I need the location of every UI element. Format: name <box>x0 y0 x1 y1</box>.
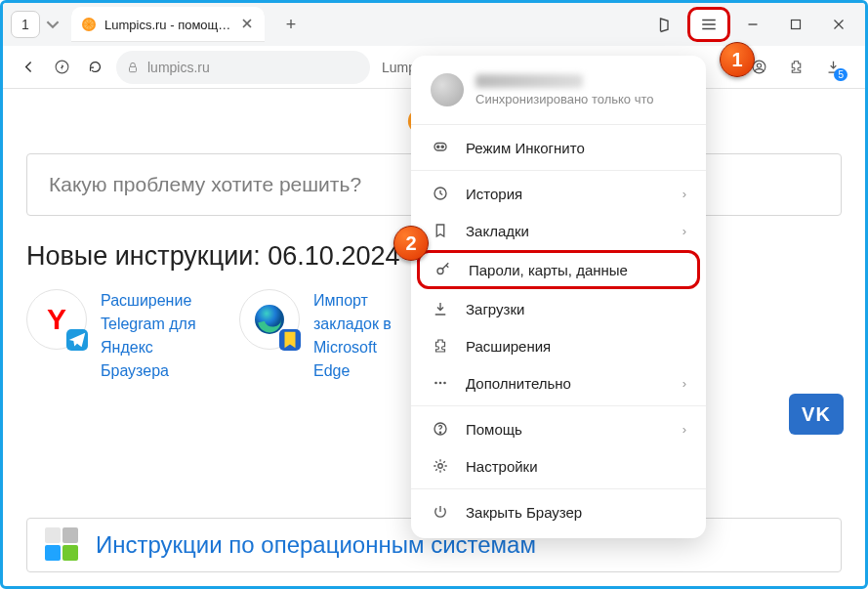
main-menu-button[interactable] <box>687 7 730 42</box>
menu-label: Закрыть Браузер <box>466 504 582 521</box>
menu-label: Настройки <box>466 458 538 475</box>
svg-point-14 <box>757 63 761 67</box>
menu-separator <box>411 405 706 406</box>
main-menu-dropdown: Синхронизировано только что Режим Инкогн… <box>411 56 706 538</box>
os-quad-icon <box>45 527 80 563</box>
downloads-button[interactable]: 5 <box>816 52 849 83</box>
menu-item-help[interactable]: Помощь › <box>411 410 706 447</box>
vk-share-button[interactable]: VK <box>789 394 844 435</box>
telegram-mini-icon <box>66 329 88 351</box>
svg-rect-12 <box>130 66 137 71</box>
menu-separator <box>411 124 706 125</box>
window-titlebar: 1 Lumpics.ru - помощь с + <box>3 3 865 46</box>
svg-point-24 <box>437 146 439 147</box>
menu-item-more[interactable]: Дополнительно › <box>411 364 706 401</box>
menu-item-incognito[interactable]: Режим Инкогнито <box>411 129 706 166</box>
puzzle-icon <box>431 337 450 355</box>
article-card[interactable]: Импорт закладок в Microsoft Edge <box>239 289 425 383</box>
sidebar-toggle-icon[interactable] <box>644 7 685 42</box>
sync-status: Синхронизировано только что <box>475 92 654 106</box>
extensions-icon[interactable] <box>779 52 812 83</box>
reload-button[interactable] <box>79 52 110 83</box>
bookmark-mini-icon <box>279 329 301 351</box>
tab-title: Lumpics.ru - помощь с <box>104 18 231 32</box>
incognito-icon <box>431 139 450 156</box>
menu-item-passwords[interactable]: Пароли, карты, данные <box>417 250 700 289</box>
browser-tab[interactable]: Lumpics.ru - помощь с <box>71 7 265 42</box>
svg-rect-23 <box>434 144 446 151</box>
power-icon <box>431 503 450 521</box>
annotation-callout-2: 2 <box>393 226 429 261</box>
svg-point-29 <box>439 382 442 385</box>
chevron-right-icon: › <box>682 187 686 201</box>
menu-label: Закладки <box>466 223 529 239</box>
menu-label: Дополнительно <box>466 375 571 392</box>
menu-label: История <box>466 186 522 202</box>
window-minimize-button[interactable] <box>732 7 773 42</box>
svg-point-27 <box>437 269 443 274</box>
menu-item-close-browser[interactable]: Закрыть Браузер <box>411 493 706 530</box>
yandex-logo-icon: Y <box>26 289 87 350</box>
annotation-callout-1: 1 <box>720 42 755 77</box>
user-name-blurred <box>475 74 583 88</box>
chevron-right-icon: › <box>682 422 686 437</box>
menu-label: Загрузки <box>466 301 524 317</box>
orange-slice-icon <box>81 17 97 32</box>
svg-point-33 <box>438 464 443 469</box>
tab-counter[interactable]: 1 <box>11 11 40 38</box>
menu-separator <box>411 488 706 489</box>
window-maximize-button[interactable] <box>775 7 816 42</box>
article-card[interactable]: Y Расширение Telegram для Яндекс Браузер… <box>26 289 212 383</box>
menu-label: Расширения <box>466 338 551 355</box>
more-icon <box>431 374 450 392</box>
nav-back-button[interactable] <box>13 52 44 83</box>
menu-item-settings[interactable]: Настройки <box>411 447 706 484</box>
menu-label: Помощь <box>466 421 522 438</box>
svg-point-32 <box>439 432 440 433</box>
menu-item-history[interactable]: История › <box>411 175 706 212</box>
chevron-right-icon: › <box>682 376 686 391</box>
svg-rect-10 <box>792 21 801 29</box>
url-domain: lumpics.ru <box>147 60 210 75</box>
chevron-right-icon: › <box>682 224 686 238</box>
url-field[interactable]: lumpics.ru <box>116 51 370 84</box>
svg-text:Y: Y <box>47 303 66 335</box>
key-icon <box>434 261 453 278</box>
svg-point-28 <box>434 382 437 385</box>
svg-point-30 <box>443 382 446 385</box>
menu-item-bookmarks[interactable]: Закладки › <box>411 212 706 249</box>
downloads-count-badge: 5 <box>834 68 847 81</box>
tab-close-icon[interactable] <box>239 17 255 32</box>
download-icon <box>431 300 450 317</box>
menu-item-downloads[interactable]: Загрузки <box>411 290 706 327</box>
yandex-home-icon[interactable] <box>46 52 77 83</box>
article-title: Расширение Telegram для Яндекс Браузера <box>101 289 196 383</box>
gear-icon <box>431 457 450 475</box>
svg-point-25 <box>441 146 443 147</box>
bookmark-icon <box>431 222 450 239</box>
new-tab-button[interactable]: + <box>276 10 306 39</box>
article-title: Импорт закладок в Microsoft Edge <box>313 289 392 383</box>
menu-separator <box>411 170 706 171</box>
edge-logo-icon <box>239 289 300 350</box>
menu-label: Режим Инкогнито <box>466 140 585 156</box>
lock-icon <box>126 61 140 74</box>
help-icon <box>431 420 450 438</box>
tab-counter-chevron-icon[interactable] <box>46 18 60 31</box>
avatar <box>431 73 464 106</box>
menu-item-extensions[interactable]: Расширения <box>411 327 706 364</box>
history-icon <box>431 185 450 202</box>
menu-user-section[interactable]: Синхронизировано только что <box>411 65 706 120</box>
window-close-button[interactable] <box>818 7 859 42</box>
menu-label: Пароли, карты, данные <box>469 262 628 278</box>
